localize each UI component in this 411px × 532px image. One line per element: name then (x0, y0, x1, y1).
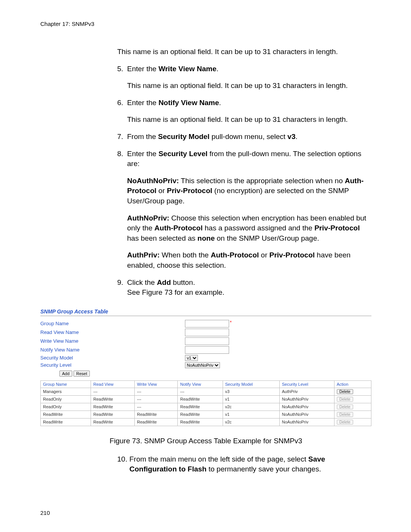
table-cell: v1 (223, 395, 279, 403)
table-cell: --- (178, 388, 223, 395)
table-cell: ReadWrite (91, 411, 135, 418)
table-cell-action: Delete (334, 418, 371, 426)
table-cell: ReadOnly (41, 395, 91, 403)
delete-button: Delete (337, 397, 353, 402)
row-security-model: Security Model v1 (40, 355, 371, 361)
step-number: 7. (117, 132, 127, 142)
step-8: 8. Enter the Security Level from the pul… (117, 149, 371, 169)
option-authpriv: AuthPriv: When both the Auth-Protocol or… (127, 250, 371, 270)
table-cell: AuthPriv (279, 388, 334, 395)
step-number: 9. (117, 278, 127, 298)
row-write-view: Write View Name (40, 337, 371, 345)
table-cell: --- (135, 388, 178, 395)
table-cell: ReadWrite (41, 411, 91, 418)
add-button[interactable]: Add (59, 371, 72, 377)
row-group-name: Group Name * (40, 320, 371, 328)
row-security-level: Security Level NoAuthNoPriv (40, 362, 371, 368)
table-cell: ReadWrite (41, 418, 91, 426)
table-header-cell: Notify View (178, 380, 223, 388)
input-read-view[interactable] (185, 329, 229, 336)
panel-title: SNMP Group Access Table (40, 308, 371, 316)
input-write-view[interactable] (185, 337, 229, 345)
step-number: 8. (117, 149, 127, 169)
table-cell: --- (91, 388, 135, 395)
reset-button[interactable]: Reset (73, 371, 90, 377)
step-text: Click the Add button. See Figure 73 for … (127, 278, 371, 298)
table-cell: ReadWrite (178, 418, 223, 426)
step-text: Enter the Notify View Name. (127, 98, 371, 108)
table-header-cell: Security Model (223, 380, 279, 388)
table-cell: ReadWrite (178, 395, 223, 403)
step-9: 9. Click the Add button. See Figure 73 f… (117, 278, 371, 298)
table-cell: v1 (223, 411, 279, 418)
page-number: 210 (40, 510, 50, 516)
delete-button: Delete (337, 420, 353, 425)
delete-button[interactable]: Delete (337, 389, 353, 394)
table-cell: NoAuthNoPriv (279, 411, 334, 418)
body-content: This name is an optional field. It can b… (117, 47, 371, 298)
table-cell: ReadWrite (91, 418, 135, 426)
table-cell: v2c (223, 418, 279, 426)
table-cell-action: Delete (334, 411, 371, 418)
table-header-cell: Security Level (279, 380, 334, 388)
step-text: Enter the Write View Name. (127, 64, 371, 74)
table-cell: ReadWrite (91, 395, 135, 403)
label-read-view: Read View Name (40, 329, 185, 335)
select-security-level[interactable]: NoAuthNoPriv (185, 362, 220, 368)
table-cell: --- (135, 403, 178, 411)
input-notify-view[interactable] (185, 346, 229, 354)
table-row: ReadOnlyReadWrite---ReadWritev2cNoAuthNo… (41, 403, 371, 411)
step-10: 10. From the main menu on the left side … (117, 454, 371, 474)
table-cell: --- (135, 395, 178, 403)
table-cell: ReadWrite (178, 411, 223, 418)
step-5: 5. Enter the Write View Name. (117, 64, 371, 74)
option-authnopriv: AuthNoPriv: Choose this selection when e… (127, 213, 371, 244)
step-number: 6. (117, 98, 127, 108)
label-group-name: Group Name (40, 321, 185, 326)
table-cell: v2c (223, 403, 279, 411)
table-cell: ReadWrite (135, 418, 178, 426)
label-write-view: Write View Name (40, 338, 185, 344)
table-header-cell: Group Name (41, 380, 91, 388)
table-row: ReadWriteReadWriteReadWriteReadWritev1No… (41, 411, 371, 418)
row-read-view: Read View Name (40, 329, 371, 336)
delete-button: Delete (337, 404, 353, 409)
table-cell-action: Delete (334, 395, 371, 403)
table-row: ReadOnlyReadWrite---ReadWritev1NoAuthNoP… (41, 395, 371, 403)
step-6-after: This name is an optional field. It can b… (127, 115, 371, 125)
table-header-row: Group NameRead ViewWrite ViewNotify View… (41, 380, 371, 388)
option-noauthnopriv: NoAuthNoPriv: This selection is the appr… (127, 176, 371, 206)
table-cell: ReadWrite (135, 411, 178, 418)
step-number: 5. (117, 64, 127, 74)
step-7: 7. From the Security Model pull-down men… (117, 132, 371, 142)
step-number: 10. (117, 454, 129, 474)
select-security-model[interactable]: v1 (185, 355, 198, 361)
table-header-cell: Read View (91, 380, 135, 388)
table-cell: ReadOnly (41, 403, 91, 411)
step-text: From the Security Model pull-down menu, … (127, 132, 371, 142)
body-content-continued: 10. From the main menu on the left side … (117, 454, 371, 474)
table-cell: ReadWrite (91, 403, 135, 411)
table-row: ReadWriteReadWriteReadWriteReadWritev2cN… (41, 418, 371, 426)
table-header-cell: Action (334, 380, 371, 388)
table-cell: v3 (223, 388, 279, 395)
table-cell: NoAuthNoPriv (279, 403, 334, 411)
step-text: Enter the Security Level from the pull-d… (127, 149, 371, 169)
chapter-header: Chapter 17: SNMPv3 (40, 21, 371, 27)
group-access-table: Group NameRead ViewWrite ViewNotify View… (40, 380, 371, 426)
table-cell-action: Delete (334, 388, 371, 395)
figure-caption: Figure 73. SNMP Group Access Table Examp… (40, 437, 371, 445)
table-cell-action: Delete (334, 403, 371, 411)
required-icon: * (230, 320, 232, 325)
label-notify-view: Notify View Name (40, 347, 185, 353)
step-5-after: This name is an optional field. It can b… (127, 81, 371, 91)
table-header-cell: Write View (135, 380, 178, 388)
step-6: 6. Enter the Notify View Name. (117, 98, 371, 108)
table-row: Managers---------v3AuthPrivDelete (41, 388, 371, 395)
label-security-model: Security Model (40, 355, 185, 361)
table-cell: Managers (41, 388, 91, 395)
snmp-screenshot: SNMP Group Access Table Group Name * Rea… (40, 308, 371, 426)
intro-paragraph: This name is an optional field. It can b… (117, 47, 371, 57)
input-group-name[interactable] (185, 320, 229, 328)
table-cell: NoAuthNoPriv (279, 395, 334, 403)
